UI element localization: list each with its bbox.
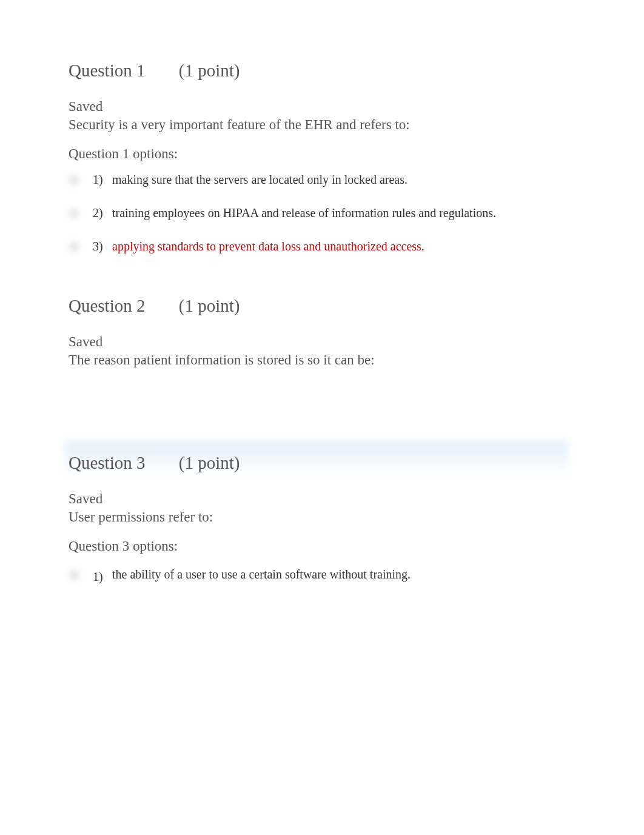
radio-icon[interactable] [69, 175, 79, 186]
question-number: Question 3 [69, 453, 145, 473]
option-number: 1) [93, 173, 110, 187]
radio-icon[interactable] [69, 208, 79, 219]
question-1-header: Question 1 (1 point) [69, 61, 644, 81]
question-1-block: Question 1 (1 point) Saved Security is a… [69, 61, 644, 253]
question-prompt: User permissions refer to: [69, 509, 644, 525]
options-label: Question 1 options: [69, 146, 644, 162]
option-number: 1) [93, 565, 110, 584]
status-badge: Saved [69, 491, 644, 507]
question-2-header: Question 2 (1 point) [69, 296, 644, 316]
option-text: making sure that the servers are located… [110, 173, 408, 187]
option-row: 3) applying standards to prevent data lo… [69, 240, 644, 253]
question-3-block: Question 3 (1 point) Saved User permissi… [69, 453, 644, 584]
radio-icon[interactable] [69, 569, 79, 580]
option-text: applying standards to prevent data loss … [110, 240, 424, 253]
question-points: (1 point) [179, 61, 240, 81]
options-label: Question 3 options: [69, 538, 644, 554]
question-prompt: Security is a very important feature of … [69, 117, 644, 133]
status-badge: Saved [69, 99, 644, 115]
question-number: Question 2 [69, 296, 145, 316]
option-number: 2) [93, 206, 110, 220]
radio-icon[interactable] [69, 241, 79, 252]
question-3-header: Question 3 (1 point) [69, 453, 644, 473]
option-row: 1) the ability of a user to use a certai… [69, 565, 644, 584]
question-2-block: Question 2 (1 point) Saved The reason pa… [69, 296, 644, 368]
question-number: Question 1 [69, 61, 145, 81]
question-points: (1 point) [179, 296, 240, 316]
option-row: 1) making sure that the servers are loca… [69, 173, 644, 187]
option-row: 2) training employees on HIPAA and relea… [69, 206, 644, 220]
question-points: (1 point) [179, 453, 240, 473]
status-badge: Saved [69, 334, 644, 350]
option-number: 3) [93, 240, 110, 253]
option-text: training employees on HIPAA and release … [110, 206, 496, 220]
question-prompt: The reason patient information is stored… [69, 352, 644, 368]
option-text: the ability of a user to use a certain s… [110, 568, 411, 582]
